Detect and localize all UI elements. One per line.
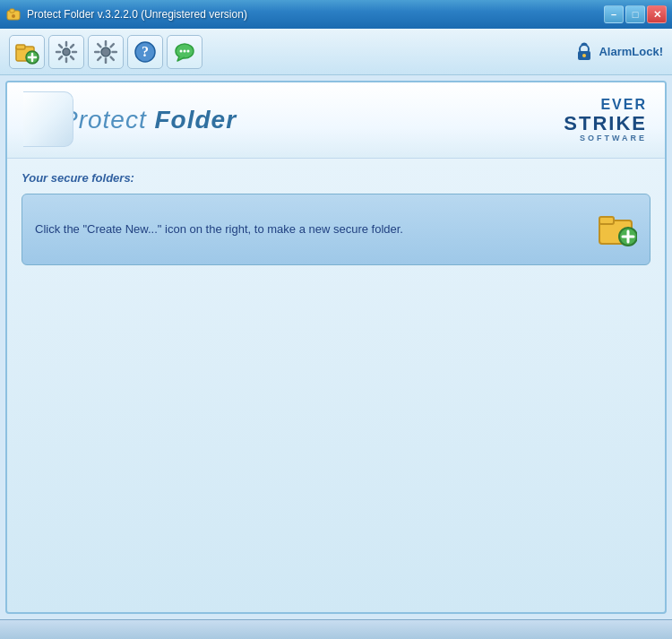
svg-point-2 [12,14,15,18]
hint-text: Click the "Create New..." icon on the ri… [35,222,403,236]
window-controls[interactable]: – □ ✕ [604,5,667,23]
logo-software: SOFTWARE [564,134,647,143]
app-icon [5,6,22,22]
minimize-button[interactable]: – [604,5,624,23]
svg-point-17 [101,47,110,56]
options-button[interactable] [88,35,124,69]
app-title: Protect Folder [61,106,237,134]
create-new-button[interactable] [9,35,45,69]
svg-line-25 [98,56,100,59]
app-title-bold: Folder [154,106,237,134]
svg-line-13 [59,45,62,47]
help-button[interactable]: ? [127,35,163,69]
folder-list-area: Click the "Create New..." icon on the ri… [22,194,650,265]
svg-line-14 [71,56,73,59]
title-text: Protect Folder v.3.2.2.0 (Unregistered v… [27,8,247,21]
svg-line-22 [98,44,100,47]
logo-area: EVER STRIKE SOFTWARE [564,97,647,143]
svg-point-30 [184,49,186,52]
app-title-regular: Protect [61,106,154,134]
settings-button[interactable] [48,35,84,69]
svg-line-16 [59,56,62,59]
alarm-lock-area[interactable]: AlarmLock! [575,42,663,62]
svg-line-15 [71,45,73,47]
svg-rect-1 [10,9,14,13]
svg-point-34 [582,54,586,57]
section-label: Your secure folders: [22,171,650,185]
main-content: Protect Folder EVER STRIKE SOFTWARE Your… [5,81,667,614]
close-button[interactable]: ✕ [647,5,667,23]
toolbar-buttons: ? [9,35,202,69]
alarm-lock-label: AlarmLock! [599,45,663,58]
status-bar [0,619,672,639]
svg-rect-4 [16,45,25,49]
feedback-button[interactable] [167,35,202,69]
toolbar: ? AlarmLock! [0,29,672,75]
content-body: Your secure folders: Click the "Create N… [7,159,665,612]
svg-rect-36 [599,217,614,224]
svg-line-24 [111,44,114,47]
logo-strike: STRIKE [564,113,647,134]
app-header: Protect Folder EVER STRIKE SOFTWARE [7,82,665,159]
logo: EVER STRIKE SOFTWARE [564,97,647,143]
svg-point-29 [180,49,183,52]
svg-line-23 [111,56,114,59]
svg-text:?: ? [142,44,149,59]
svg-point-8 [63,48,70,56]
maximize-button[interactable]: □ [625,5,645,23]
logo-ever: EVER [564,97,647,113]
title-bar: Protect Folder v.3.2.2.0 (Unregistered v… [0,0,672,29]
svg-point-31 [187,49,190,52]
create-new-folder-icon[interactable] [598,210,637,249]
title-bar-left: Protect Folder v.3.2.2.0 (Unregistered v… [5,6,247,22]
